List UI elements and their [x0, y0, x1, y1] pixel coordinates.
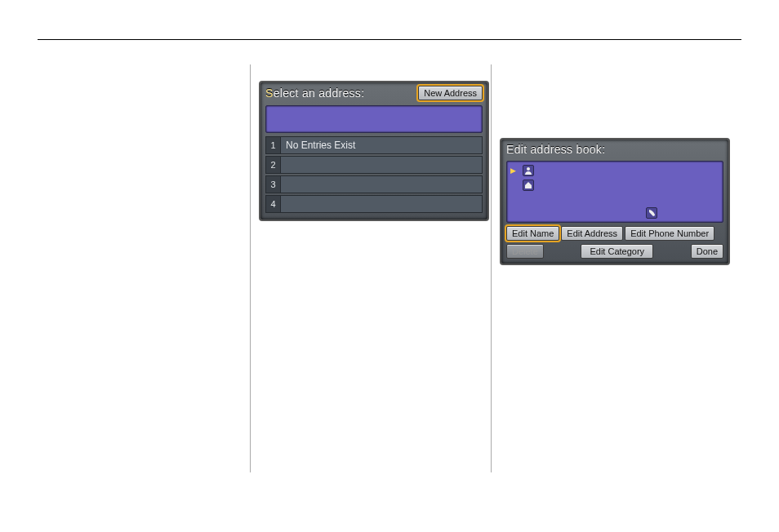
column-middle: Select an address: New Address 1 No Entr…: [250, 64, 492, 472]
row-number: 2: [265, 156, 280, 174]
done-button[interactable]: Done: [691, 244, 723, 259]
top-rule: [38, 39, 741, 40]
cursor-marker-icon: ▶: [510, 166, 516, 175]
row-text: [280, 195, 483, 213]
list-item[interactable]: 4: [265, 195, 483, 213]
edit-address-button[interactable]: Edit Address: [561, 226, 623, 241]
address-list: 1 No Entries Exist 2 3 4: [265, 136, 483, 213]
columns: Select an address: New Address 1 No Entr…: [38, 64, 741, 472]
edit-address-book-title: Edit address book:: [506, 143, 605, 156]
new-address-button[interactable]: New Address: [418, 86, 483, 100]
select-address-device: Select an address: New Address 1 No Entr…: [259, 81, 489, 221]
select-address-title: Select an address:: [265, 86, 364, 100]
list-item[interactable]: 3: [265, 175, 483, 193]
home-icon: [523, 180, 534, 191]
row-number: 3: [265, 175, 280, 193]
edit-address-fields: ▶: [506, 161, 723, 223]
svg-point-0: [527, 167, 530, 171]
row-text: [280, 156, 483, 174]
row-number: 1: [265, 136, 280, 154]
column-left: [38, 64, 250, 472]
column-right: Edit address book: ▶ Edit Nam: [492, 64, 733, 472]
row-text: [280, 175, 483, 193]
edit-name-button[interactable]: Edit Name: [506, 226, 559, 241]
edit-category-button[interactable]: Edit Category: [581, 244, 653, 259]
delete-button: Delete: [506, 244, 544, 259]
list-item[interactable]: 1 No Entries Exist: [265, 136, 483, 154]
row-text: No Entries Exist: [280, 136, 483, 154]
edit-address-book-device: Edit address book: ▶ Edit Nam: [500, 138, 730, 265]
address-selection-field[interactable]: [265, 105, 483, 133]
phone-icon: [646, 207, 657, 219]
edit-phone-number-button[interactable]: Edit Phone Number: [625, 226, 714, 241]
row-number: 4: [265, 195, 280, 213]
list-item[interactable]: 2: [265, 156, 483, 174]
person-icon: [523, 165, 534, 176]
